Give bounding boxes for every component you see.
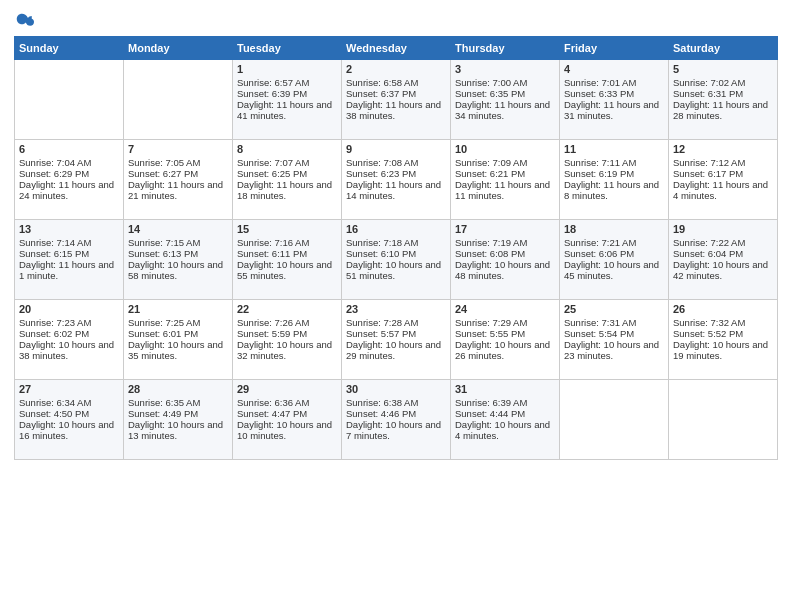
week-row-5: 27Sunrise: 6:34 AMSunset: 4:50 PMDayligh…	[15, 380, 778, 460]
day-number: 1	[237, 63, 337, 75]
sunset-text: Sunset: 6:11 PM	[237, 248, 337, 259]
sunrise-text: Sunrise: 7:18 AM	[346, 237, 446, 248]
column-header-saturday: Saturday	[669, 37, 778, 60]
calendar-cell: 21Sunrise: 7:25 AMSunset: 6:01 PMDayligh…	[124, 300, 233, 380]
sunrise-text: Sunrise: 7:22 AM	[673, 237, 773, 248]
sunset-text: Sunset: 5:55 PM	[455, 328, 555, 339]
calendar-cell: 18Sunrise: 7:21 AMSunset: 6:06 PMDayligh…	[560, 220, 669, 300]
sunrise-text: Sunrise: 7:25 AM	[128, 317, 228, 328]
day-number: 14	[128, 223, 228, 235]
sunset-text: Sunset: 6:35 PM	[455, 88, 555, 99]
calendar-cell: 25Sunrise: 7:31 AMSunset: 5:54 PMDayligh…	[560, 300, 669, 380]
day-number: 21	[128, 303, 228, 315]
day-number: 6	[19, 143, 119, 155]
column-header-monday: Monday	[124, 37, 233, 60]
calendar-cell	[15, 60, 124, 140]
daylight-text: Daylight: 10 hours and 55 minutes.	[237, 259, 337, 281]
sunrise-text: Sunrise: 7:08 AM	[346, 157, 446, 168]
day-number: 18	[564, 223, 664, 235]
daylight-text: Daylight: 11 hours and 8 minutes.	[564, 179, 664, 201]
day-number: 3	[455, 63, 555, 75]
calendar-cell: 12Sunrise: 7:12 AMSunset: 6:17 PMDayligh…	[669, 140, 778, 220]
calendar-cell: 3Sunrise: 7:00 AMSunset: 6:35 PMDaylight…	[451, 60, 560, 140]
daylight-text: Daylight: 10 hours and 45 minutes.	[564, 259, 664, 281]
calendar-cell: 24Sunrise: 7:29 AMSunset: 5:55 PMDayligh…	[451, 300, 560, 380]
day-number: 7	[128, 143, 228, 155]
sunrise-text: Sunrise: 7:15 AM	[128, 237, 228, 248]
calendar-cell	[124, 60, 233, 140]
sunset-text: Sunset: 4:47 PM	[237, 408, 337, 419]
sunset-text: Sunset: 6:33 PM	[564, 88, 664, 99]
daylight-text: Daylight: 10 hours and 35 minutes.	[128, 339, 228, 361]
sunset-text: Sunset: 6:29 PM	[19, 168, 119, 179]
sunset-text: Sunset: 5:52 PM	[673, 328, 773, 339]
day-number: 22	[237, 303, 337, 315]
calendar-header	[14, 10, 778, 28]
day-number: 13	[19, 223, 119, 235]
daylight-text: Daylight: 11 hours and 1 minute.	[19, 259, 119, 281]
calendar-cell: 7Sunrise: 7:05 AMSunset: 6:27 PMDaylight…	[124, 140, 233, 220]
day-number: 12	[673, 143, 773, 155]
column-header-wednesday: Wednesday	[342, 37, 451, 60]
sunrise-text: Sunrise: 7:26 AM	[237, 317, 337, 328]
sunset-text: Sunset: 6:39 PM	[237, 88, 337, 99]
sunset-text: Sunset: 6:10 PM	[346, 248, 446, 259]
sunrise-text: Sunrise: 7:01 AM	[564, 77, 664, 88]
day-number: 29	[237, 383, 337, 395]
day-number: 24	[455, 303, 555, 315]
daylight-text: Daylight: 11 hours and 38 minutes.	[346, 99, 446, 121]
sunset-text: Sunset: 5:59 PM	[237, 328, 337, 339]
sunset-text: Sunset: 6:13 PM	[128, 248, 228, 259]
sunset-text: Sunset: 4:44 PM	[455, 408, 555, 419]
day-number: 20	[19, 303, 119, 315]
sunset-text: Sunset: 6:27 PM	[128, 168, 228, 179]
day-number: 27	[19, 383, 119, 395]
sunset-text: Sunset: 6:31 PM	[673, 88, 773, 99]
daylight-text: Daylight: 11 hours and 24 minutes.	[19, 179, 119, 201]
sunset-text: Sunset: 4:46 PM	[346, 408, 446, 419]
daylight-text: Daylight: 10 hours and 29 minutes.	[346, 339, 446, 361]
column-header-sunday: Sunday	[15, 37, 124, 60]
day-number: 9	[346, 143, 446, 155]
sunrise-text: Sunrise: 7:12 AM	[673, 157, 773, 168]
daylight-text: Daylight: 10 hours and 51 minutes.	[346, 259, 446, 281]
calendar-cell: 31Sunrise: 6:39 AMSunset: 4:44 PMDayligh…	[451, 380, 560, 460]
logo-bird-icon	[16, 10, 34, 28]
column-header-friday: Friday	[560, 37, 669, 60]
sunset-text: Sunset: 5:57 PM	[346, 328, 446, 339]
daylight-text: Daylight: 11 hours and 21 minutes.	[128, 179, 228, 201]
week-row-1: 1Sunrise: 6:57 AMSunset: 6:39 PMDaylight…	[15, 60, 778, 140]
day-number: 26	[673, 303, 773, 315]
calendar-cell: 22Sunrise: 7:26 AMSunset: 5:59 PMDayligh…	[233, 300, 342, 380]
sunset-text: Sunset: 6:25 PM	[237, 168, 337, 179]
daylight-text: Daylight: 11 hours and 41 minutes.	[237, 99, 337, 121]
sunrise-text: Sunrise: 6:38 AM	[346, 397, 446, 408]
day-number: 8	[237, 143, 337, 155]
sunrise-text: Sunrise: 7:23 AM	[19, 317, 119, 328]
week-row-2: 6Sunrise: 7:04 AMSunset: 6:29 PMDaylight…	[15, 140, 778, 220]
day-number: 2	[346, 63, 446, 75]
sunrise-text: Sunrise: 6:36 AM	[237, 397, 337, 408]
sunset-text: Sunset: 6:08 PM	[455, 248, 555, 259]
sunrise-text: Sunrise: 7:21 AM	[564, 237, 664, 248]
calendar-cell: 14Sunrise: 7:15 AMSunset: 6:13 PMDayligh…	[124, 220, 233, 300]
sunset-text: Sunset: 5:54 PM	[564, 328, 664, 339]
calendar-cell: 26Sunrise: 7:32 AMSunset: 5:52 PMDayligh…	[669, 300, 778, 380]
week-row-4: 20Sunrise: 7:23 AMSunset: 6:02 PMDayligh…	[15, 300, 778, 380]
daylight-text: Daylight: 11 hours and 31 minutes.	[564, 99, 664, 121]
daylight-text: Daylight: 11 hours and 14 minutes.	[346, 179, 446, 201]
day-number: 5	[673, 63, 773, 75]
daylight-text: Daylight: 10 hours and 7 minutes.	[346, 419, 446, 441]
calendar-cell: 6Sunrise: 7:04 AMSunset: 6:29 PMDaylight…	[15, 140, 124, 220]
sunset-text: Sunset: 6:04 PM	[673, 248, 773, 259]
daylight-text: Daylight: 11 hours and 18 minutes.	[237, 179, 337, 201]
column-header-thursday: Thursday	[451, 37, 560, 60]
calendar-cell: 17Sunrise: 7:19 AMSunset: 6:08 PMDayligh…	[451, 220, 560, 300]
day-number: 25	[564, 303, 664, 315]
day-number: 16	[346, 223, 446, 235]
sunset-text: Sunset: 4:50 PM	[19, 408, 119, 419]
sunset-text: Sunset: 6:01 PM	[128, 328, 228, 339]
sunrise-text: Sunrise: 7:05 AM	[128, 157, 228, 168]
day-number: 17	[455, 223, 555, 235]
calendar-cell: 23Sunrise: 7:28 AMSunset: 5:57 PMDayligh…	[342, 300, 451, 380]
